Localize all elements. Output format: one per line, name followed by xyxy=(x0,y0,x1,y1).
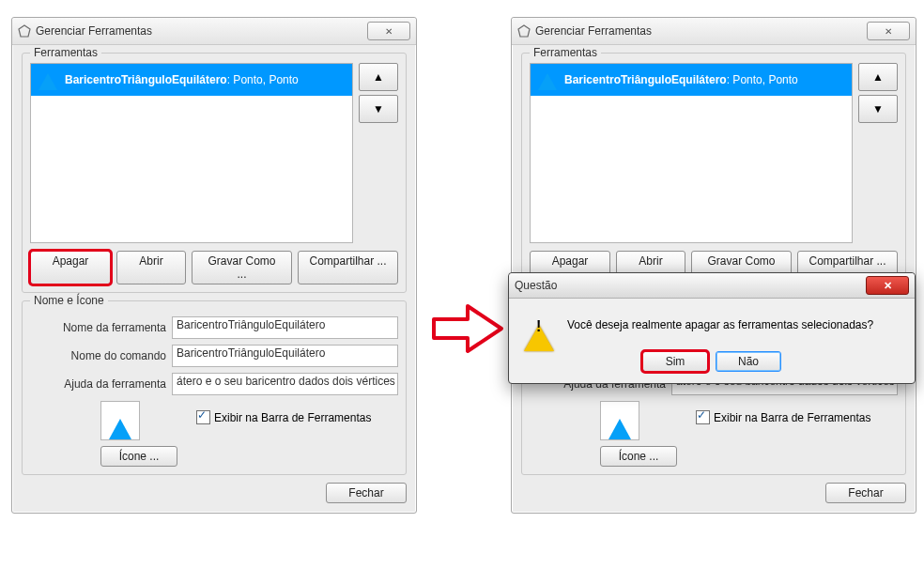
tool-list-item[interactable]: BaricentroTriânguloEquilátero: Ponto, Po… xyxy=(531,64,852,96)
tool-name-label: Nome da ferramenta xyxy=(30,321,166,334)
window-close-button[interactable]: ✕ xyxy=(867,22,910,40)
checkbox-label: Exibir na Barra de Ferramentas xyxy=(714,411,870,424)
tool-help-label: Ajuda da ferramenta xyxy=(30,377,166,391)
svg-marker-0 xyxy=(19,25,30,37)
triangle-icon xyxy=(608,419,631,439)
close-icon: ✕ xyxy=(884,280,892,292)
triangle-icon xyxy=(38,73,57,90)
tool-name: BaricentroTriânguloEquilátero xyxy=(564,73,727,86)
no-button[interactable]: Não xyxy=(716,351,781,372)
close-icon: ✕ xyxy=(885,26,892,37)
window-title: Gerenciar Ferramentas xyxy=(535,24,867,38)
app-icon xyxy=(517,24,531,38)
triangle-icon xyxy=(538,73,557,90)
tools-group-label: Ferramentas xyxy=(530,46,601,59)
tools-group-label: Ferramentas xyxy=(30,46,101,59)
move-up-button[interactable]: ▲ xyxy=(858,63,898,91)
modal-message: Você deseja realmente apagar as ferramen… xyxy=(567,318,873,331)
name-icon-group: Nome e Ícone Nome da ferramenta Baricent… xyxy=(22,300,407,475)
close-button[interactable]: Fechar xyxy=(825,483,906,503)
app-icon xyxy=(18,24,31,38)
flow-arrow-icon xyxy=(430,300,505,357)
modal-titlebar[interactable]: Questão ✕ xyxy=(509,273,915,299)
tool-args: : Ponto, Ponto xyxy=(727,73,798,86)
move-down-button[interactable]: ▼ xyxy=(858,95,898,123)
tool-args: : Ponto, Ponto xyxy=(227,73,299,86)
icon-preview xyxy=(100,401,140,440)
yes-button[interactable]: Sim xyxy=(642,351,708,372)
tools-group: Ferramentas BaricentroTriânguloEquiláter… xyxy=(521,53,906,293)
move-up-button[interactable]: ▲ xyxy=(359,63,398,91)
tools-listbox[interactable]: BaricentroTriânguloEquilátero: Ponto, Po… xyxy=(30,63,353,243)
icon-button[interactable]: Ícone ... xyxy=(100,446,177,467)
tool-help-input[interactable]: átero e o seu baricentro dados dois vért… xyxy=(172,373,398,395)
command-name-label: Nome do comando xyxy=(30,349,166,362)
window-close-button[interactable]: ✕ xyxy=(367,22,410,40)
tool-name-input[interactable]: BaricentroTriânguloEquilátero xyxy=(172,316,398,339)
command-name-input[interactable]: BaricentroTriânguloEquilátero xyxy=(172,345,398,367)
manage-tools-dialog-right: Gerenciar Ferramentas ✕ Ferramentas Bari… xyxy=(511,17,916,514)
move-down-button[interactable]: ▼ xyxy=(359,95,398,123)
titlebar[interactable]: Gerenciar Ferramentas ✕ xyxy=(512,18,916,45)
tools-group: Ferramentas BaricentroTriânguloEquiláter… xyxy=(22,53,407,293)
modal-close-button[interactable]: ✕ xyxy=(866,276,909,295)
svg-marker-1 xyxy=(518,25,530,37)
window-title: Gerenciar Ferramentas xyxy=(36,24,367,38)
icon-button[interactable]: Ícone ... xyxy=(600,446,677,467)
name-icon-group-label: Nome e Ícone xyxy=(30,294,108,307)
arrow-down-icon: ▼ xyxy=(872,102,884,115)
show-in-toolbar-checkbox[interactable]: Exibir na Barra de Ferramentas xyxy=(196,410,371,424)
checkbox-icon xyxy=(696,410,710,424)
checkbox-icon xyxy=(196,410,210,424)
save-as-button[interactable]: Gravar Como ... xyxy=(192,251,292,284)
titlebar[interactable]: Gerenciar Ferramentas ✕ xyxy=(12,18,416,45)
delete-button[interactable]: Apagar xyxy=(30,251,111,284)
tools-listbox[interactable]: BaricentroTriânguloEquilátero: Ponto, Po… xyxy=(530,63,853,243)
modal-title: Questão xyxy=(515,279,866,292)
open-button[interactable]: Abrir xyxy=(116,251,186,284)
warning-icon: ! xyxy=(524,312,554,338)
arrow-up-icon: ▲ xyxy=(872,70,884,84)
arrow-down-icon: ▼ xyxy=(373,102,384,115)
show-in-toolbar-checkbox[interactable]: Exibir na Barra de Ferramentas xyxy=(696,410,870,424)
close-button[interactable]: Fechar xyxy=(326,483,407,503)
triangle-icon xyxy=(109,419,131,439)
share-button[interactable]: Compartilhar ... xyxy=(298,251,398,284)
confirm-delete-dialog: Questão ✕ ! Você deseja realmente apagar… xyxy=(508,272,916,384)
close-icon: ✕ xyxy=(385,26,393,37)
checkbox-label: Exibir na Barra de Ferramentas xyxy=(214,411,371,424)
icon-preview xyxy=(600,401,639,440)
arrow-up-icon: ▲ xyxy=(373,70,384,84)
tool-name: BaricentroTriânguloEquilátero xyxy=(65,73,227,86)
tool-list-item[interactable]: BaricentroTriânguloEquilátero: Ponto, Po… xyxy=(31,64,352,96)
manage-tools-dialog-left: Gerenciar Ferramentas ✕ Ferramentas Bari… xyxy=(11,17,417,514)
